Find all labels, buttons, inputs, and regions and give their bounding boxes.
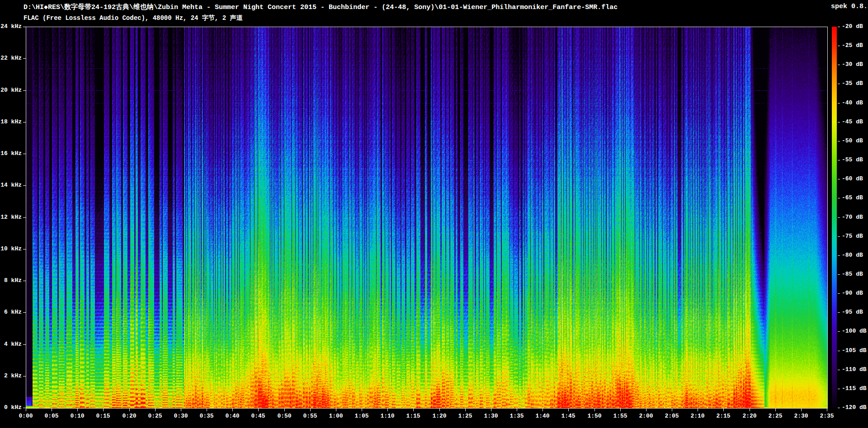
db-tick-label: -90 dB [842,290,863,297]
db-tick-label: -40 dB [842,99,863,107]
freq-tick-label: 10 kHz [0,245,22,253]
db-tick [838,160,840,160]
time-tick [620,409,621,411]
time-tick [672,409,672,411]
freq-tick-label: 24 kHz [0,23,22,30]
time-tick-label: 1:35 [503,413,530,420]
freq-tick-label: 0 kHz [0,404,22,411]
time-tick-label: 2:05 [658,413,685,420]
db-tick [838,46,840,46]
time-tick [207,409,207,411]
time-tick-label: 2:00 [632,413,660,420]
time-tick [568,409,569,411]
time-tick [336,409,336,411]
db-tick-label: -45 dB [842,118,863,126]
db-tick [838,236,840,237]
time-tick-label: 0:35 [193,413,220,420]
db-tick [838,331,840,332]
db-tick-label: -100 dB [842,328,867,335]
freq-tick-label: 12 kHz [0,214,22,221]
time-tick [491,409,491,411]
time-tick-label: 1:40 [529,413,556,420]
time-tick-label: 2:25 [762,413,789,420]
time-tick [517,409,517,411]
time-tick-label: 0:50 [271,413,298,420]
freq-tick [23,122,26,122]
freq-tick [23,408,26,408]
time-tick [26,409,26,411]
db-tick [838,84,840,84]
time-tick [439,409,440,411]
time-tick-label: 0:25 [142,413,169,420]
freq-tick [23,154,26,154]
db-tick [838,103,840,103]
time-tick-label: 1:00 [322,413,349,420]
time-tick-label: 1:25 [452,413,479,420]
time-tick [362,409,362,411]
time-tick [181,409,181,411]
time-tick-label: 1:15 [400,413,427,420]
time-tick [542,409,543,411]
db-tick [838,122,840,122]
db-tick-label: -60 dB [842,175,863,183]
freq-tick-label: 6 kHz [0,309,22,316]
freq-tick-label: 16 kHz [0,150,22,157]
time-tick-label: 0:45 [245,413,272,420]
time-tick-label: 2:30 [788,413,815,420]
spek-window: { "window": { "title": "D:\\HI◆RES\\数字母带… [0,0,868,428]
freq-tick [23,281,26,281]
db-tick-label: -20 dB [842,23,863,30]
time-tick [827,409,827,411]
time-tick [801,409,802,411]
file-path-title: D:\HI◆RES\数字母带24-192古典\维也纳\Zubin Mehta -… [24,3,618,11]
time-tick-label: 1:20 [426,413,453,420]
freq-tick-label: 20 kHz [0,87,22,94]
time-tick-label: 0:10 [64,413,91,420]
freq-tick-label: 18 kHz [0,118,22,126]
freq-tick-label: 8 kHz [0,277,22,284]
freq-tick [23,249,26,249]
time-tick-label: 0:20 [116,413,143,420]
time-tick-label: 1:55 [607,413,634,420]
time-tick-label: 2:35 [813,413,840,420]
time-tick [775,409,776,411]
db-tick-label: -115 dB [842,385,867,392]
time-tick [284,409,285,411]
legend-colorbar [832,27,837,409]
time-tick-label: 2:10 [684,413,711,420]
spectrogram-canvas [26,27,827,408]
time-tick-label: 1:45 [555,413,582,420]
time-tick-label: 0:00 [12,413,39,420]
db-tick-label: -105 dB [842,347,867,354]
time-tick-label: 1:05 [348,413,375,420]
time-tick-label: 0:05 [38,413,65,420]
freq-tick [23,185,26,186]
time-tick [594,409,595,411]
freq-tick-label: 14 kHz [0,182,22,189]
freq-tick [23,376,26,376]
time-tick [103,409,104,411]
db-tick-label: -95 dB [842,309,863,316]
time-tick-label: 1:10 [374,413,401,420]
time-tick [258,409,259,411]
time-tick-label: 2:15 [710,413,737,420]
db-tick-label: -75 dB [842,233,863,240]
db-tick [838,255,840,256]
db-tick-label: -35 dB [842,80,863,87]
freq-tick-label: 2 kHz [0,372,22,380]
time-tick-label: 1:30 [477,413,505,420]
db-tick-label: -120 dB [842,404,867,411]
freq-tick [23,58,26,59]
db-tick-label: -110 dB [842,366,867,373]
db-tick-label: -30 dB [842,61,863,68]
db-tick [838,408,840,408]
db-tick [838,27,840,27]
db-tick-label: -85 dB [842,271,863,278]
time-tick-label: 0:40 [219,413,246,420]
db-tick-label: -50 dB [842,137,863,145]
time-tick [413,409,414,411]
db-tick-label: -25 dB [842,42,863,49]
db-tick [838,293,840,294]
time-tick [77,409,78,411]
db-tick [838,65,840,65]
